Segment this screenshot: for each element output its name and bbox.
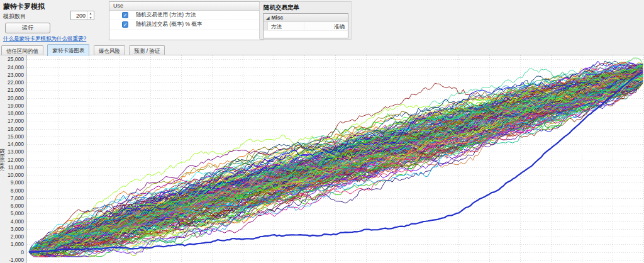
y-axis-tick-label: 7,000: [0, 195, 24, 201]
stepper-down-icon[interactable]: ▼: [87, 16, 94, 20]
property-group-misc[interactable]: ◢Misc: [264, 14, 348, 22]
equity-curves-canvas: [27, 55, 644, 263]
y-axis-tick-label: 23,000: [0, 72, 24, 78]
tab-monte-carlo-chart[interactable]: 蒙特卡洛图表: [47, 44, 89, 56]
y-axis-tick-label: 1,000: [0, 241, 24, 247]
y-axis-tick-label: 10,000: [0, 172, 24, 178]
y-axis-tick-label: 20,000: [0, 95, 24, 101]
y-axis-tick-label: 0: [0, 249, 24, 255]
page-title: 蒙特卡罗模拟: [3, 2, 45, 11]
use-column-header: Use: [109, 2, 264, 11]
y-axis-tick-label: 14,000: [0, 141, 24, 147]
y-axis-tick-label: 6,000: [0, 203, 24, 209]
y-axis-tick-label: 9,000: [0, 179, 24, 186]
top-settings-bar: 蒙特卡罗模拟 模拟数目 200 ▲ ▼ 运行 什么是蒙特卡罗模拟为什么很重要? …: [0, 0, 644, 42]
use-row-randomize-trades[interactable]: ✓ 随机交易使用 (方法) 方法: [109, 11, 264, 20]
simulation-count-stepper[interactable]: 200 ▲ ▼: [70, 11, 94, 20]
monte-carlo-window: 蒙特卡罗模拟 模拟数目 200 ▲ ▼ 运行 什么是蒙特卡罗模拟为什么很重要? …: [0, 0, 644, 263]
use-row-label: 随机交易使用 (方法) 方法: [136, 11, 196, 19]
property-row-method[interactable]: 方法 准确: [264, 22, 348, 31]
random-trade-order-panel: 随机交易定单 ◢Misc 方法 准确: [259, 1, 352, 40]
y-axis-tick-label: 13,000: [0, 148, 24, 155]
y-axis-tick-label: 25,000: [0, 56, 24, 62]
checkbox-checked-icon[interactable]: ✓: [122, 12, 128, 18]
y-axis-tick-label: 8,000: [0, 187, 24, 194]
simulation-count-value[interactable]: 200: [71, 11, 87, 20]
plot-area: [26, 55, 644, 263]
y-axis-tick-label: 22,000: [0, 79, 24, 86]
result-tabs: 信任区间的值 蒙特卡洛图表 爆仓风险 预测 / 验证: [0, 42, 644, 55]
y-axis-tick-label: 3,000: [0, 226, 24, 232]
y-axis-tick-label: 2,000: [0, 233, 24, 240]
y-axis-tick-label: 12,000: [0, 157, 24, 163]
y-axis-tick-label: 24,000: [0, 64, 24, 70]
property-value[interactable]: 准确: [304, 22, 348, 30]
random-trade-order-title: 随机交易定单: [260, 2, 352, 13]
simulation-count-label: 模拟数目: [3, 13, 26, 21]
y-axis-tick-label: 21,000: [0, 87, 24, 93]
row-gutter: [264, 22, 268, 30]
run-button[interactable]: 运行: [5, 23, 50, 33]
property-grid: ◢Misc 方法 准确: [263, 13, 348, 38]
y-axis-tick-label: 16,000: [0, 126, 24, 132]
monte-carlo-chart-panel: 净利润($) -1,00001,0002,0003,0004,0005,0006…: [0, 55, 644, 263]
y-axis-tick-label: 17,000: [0, 118, 24, 124]
property-group-label: Misc: [271, 14, 283, 21]
y-axis-tick-label: 15,000: [0, 133, 24, 140]
y-axis-tick-label: 11,000: [0, 164, 24, 171]
use-row-label: 随机跳过交易 (概率) % 概率: [136, 21, 202, 28]
y-axis-tick-label: 19,000: [0, 103, 24, 109]
collapse-triangle-icon[interactable]: ◢: [266, 16, 269, 20]
y-axis-tick-label: 18,000: [0, 110, 24, 116]
checkbox-checked-icon[interactable]: ✓: [122, 21, 128, 28]
y-axis-tick-label: 4,000: [0, 218, 24, 225]
y-axis-tick-label: -1,000: [0, 257, 24, 263]
y-axis-tick-label: 5,000: [0, 210, 24, 216]
y-axis-label-gutter: 净利润($) -1,00001,0002,0003,0004,0005,0006…: [0, 55, 26, 263]
use-row-skip-trades[interactable]: ✓ 随机跳过交易 (概率) % 概率: [109, 20, 264, 30]
stepper-arrows[interactable]: ▲ ▼: [87, 11, 94, 20]
use-options-panel: Use ✓ 随机交易使用 (方法) 方法 ✓ 随机跳过交易 (概率) % 概率: [109, 1, 264, 40]
property-name: 方法: [268, 22, 304, 30]
